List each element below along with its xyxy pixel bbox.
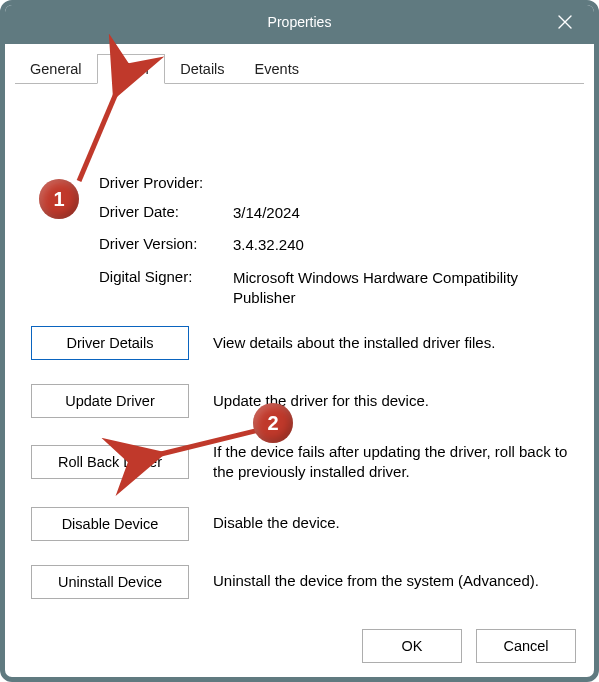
window-title: Properties bbox=[0, 14, 599, 30]
driver-provider-label: Driver Provider: bbox=[99, 174, 233, 191]
roll-back-driver-button[interactable]: Roll Back Driver bbox=[31, 445, 189, 479]
driver-details-button[interactable]: Driver Details bbox=[31, 326, 189, 360]
close-icon bbox=[558, 15, 572, 29]
tab-details[interactable]: Details bbox=[165, 54, 239, 83]
digital-signer-value: Microsoft Windows Hardware Compatibility… bbox=[233, 268, 574, 309]
update-driver-desc: Update the driver for this device. bbox=[213, 391, 574, 411]
tab-panel-driver: Driver Provider: Driver Date: 3/14/2024 … bbox=[5, 84, 594, 599]
update-driver-button[interactable]: Update Driver bbox=[31, 384, 189, 418]
driver-version-value: 3.4.32.240 bbox=[233, 235, 574, 255]
titlebar: Properties bbox=[0, 0, 599, 44]
roll-back-driver-desc: If the device fails after updating the d… bbox=[213, 442, 574, 483]
tab-strip: General Driver Details Events bbox=[5, 44, 594, 83]
properties-dialog: Properties General Driver Details Events… bbox=[0, 0, 599, 682]
dialog-footer: OK Cancel bbox=[362, 629, 576, 663]
disable-device-button[interactable]: Disable Device bbox=[31, 507, 189, 541]
driver-version-label: Driver Version: bbox=[99, 235, 233, 255]
driver-actions: Driver Details View details about the in… bbox=[31, 326, 574, 599]
disable-device-desc: Disable the device. bbox=[213, 513, 574, 533]
uninstall-device-button[interactable]: Uninstall Device bbox=[31, 565, 189, 599]
driver-date-value: 3/14/2024 bbox=[233, 203, 574, 223]
tab-driver[interactable]: Driver bbox=[97, 54, 166, 84]
driver-provider-value bbox=[233, 174, 574, 191]
driver-date-label: Driver Date: bbox=[99, 203, 233, 223]
digital-signer-label: Digital Signer: bbox=[99, 268, 233, 309]
tab-general[interactable]: General bbox=[15, 54, 97, 83]
cancel-button[interactable]: Cancel bbox=[476, 629, 576, 663]
driver-details-desc: View details about the installed driver … bbox=[213, 333, 574, 353]
tab-events[interactable]: Events bbox=[240, 54, 314, 83]
driver-info: Driver Provider: Driver Date: 3/14/2024 … bbox=[99, 174, 574, 308]
uninstall-device-desc: Uninstall the device from the system (Ad… bbox=[213, 571, 574, 591]
ok-button[interactable]: OK bbox=[362, 629, 462, 663]
close-button[interactable] bbox=[545, 0, 585, 44]
